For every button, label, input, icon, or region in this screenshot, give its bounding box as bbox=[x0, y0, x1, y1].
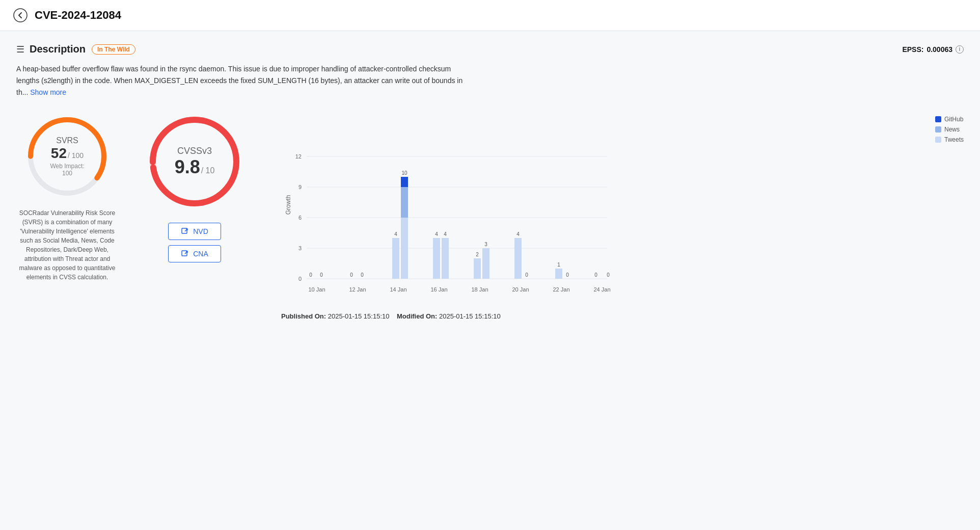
legend-github: GitHub bbox=[935, 116, 964, 123]
svrs-denom: / 100 bbox=[68, 151, 84, 160]
svg-rect-52 bbox=[555, 269, 562, 279]
chart-container: GitHub News Tweets Growth bbox=[271, 111, 964, 320]
svrs-value: 52 bbox=[51, 145, 67, 162]
svg-text:10 Jan: 10 Jan bbox=[308, 286, 325, 293]
svg-rect-48 bbox=[514, 238, 522, 279]
svrs-circle: SVRS 52 / 100 Web Impact: 100 bbox=[21, 111, 113, 202]
page-title: CVE-2024-12084 bbox=[35, 9, 121, 22]
epss-value: 0.00063 bbox=[927, 45, 952, 54]
svg-rect-36 bbox=[401, 218, 408, 279]
bar-chart: Growth 0 3 6 9 12 10 Jan bbox=[281, 111, 628, 304]
svg-text:12 Jan: 12 Jan bbox=[349, 286, 366, 293]
show-more-link[interactable]: Show more bbox=[30, 88, 66, 96]
svg-text:6: 6 bbox=[298, 215, 302, 221]
svg-text:0: 0 bbox=[566, 272, 569, 278]
svg-text:0: 0 bbox=[309, 272, 312, 278]
svg-text:4: 4 bbox=[444, 231, 447, 237]
svg-rect-37 bbox=[401, 187, 408, 218]
svg-rect-40 bbox=[433, 238, 440, 279]
published-row: Published On: 2025-01-15 15:15:10 Modifi… bbox=[281, 312, 964, 320]
legend-tweets: Tweets bbox=[935, 136, 964, 143]
description-icon: ☰ bbox=[16, 44, 24, 55]
modified-value: 2025-01-15 15:15:10 bbox=[439, 312, 501, 320]
nvd-button[interactable]: NVD bbox=[168, 223, 221, 240]
svrs-web-impact: Web Impact: 100 bbox=[44, 163, 90, 177]
legend-news-dot bbox=[935, 126, 941, 132]
svg-text:Growth: Growth bbox=[285, 195, 292, 215]
svg-text:24 Jan: 24 Jan bbox=[593, 286, 610, 293]
svg-text:16 Jan: 16 Jan bbox=[430, 286, 447, 293]
svg-text:3: 3 bbox=[484, 242, 487, 247]
cvss-denom: / 10 bbox=[201, 166, 215, 175]
back-button[interactable] bbox=[12, 7, 29, 23]
epss-label: EPSS: 0.00063 i bbox=[902, 45, 964, 54]
svg-text:4: 4 bbox=[394, 231, 397, 237]
cna-button[interactable]: CNA bbox=[168, 245, 221, 262]
svg-text:4: 4 bbox=[516, 231, 520, 237]
svrs-center: SVRS 52 / 100 Web Impact: 100 bbox=[44, 136, 90, 177]
svg-text:14 Jan: 14 Jan bbox=[390, 286, 406, 293]
svg-text:0: 0 bbox=[320, 272, 323, 278]
cvss-container: CVSSv3 9.8 / 10 NVD bbox=[139, 111, 251, 262]
top-bar: CVE-2024-12084 bbox=[0, 0, 980, 31]
svrs-label: SVRS bbox=[44, 136, 90, 145]
svg-rect-42 bbox=[442, 238, 449, 279]
svg-rect-34 bbox=[392, 238, 399, 279]
description-text: A heap-based buffer overflow flaw was fo… bbox=[16, 63, 475, 98]
svg-text:12: 12 bbox=[295, 153, 302, 160]
legend-github-dot bbox=[935, 116, 941, 122]
cvss-center: CVSSv3 9.8 / 10 bbox=[175, 146, 215, 178]
in-the-wild-badge: In The Wild bbox=[92, 44, 135, 55]
svg-text:4: 4 bbox=[435, 231, 438, 237]
legend-tweets-dot bbox=[935, 137, 941, 143]
cvss-label: CVSSv3 bbox=[175, 146, 215, 156]
svg-text:0: 0 bbox=[298, 276, 302, 282]
svg-text:9: 9 bbox=[298, 184, 302, 190]
content-area: ☰ Description In The Wild EPSS: 0.00063 … bbox=[0, 31, 980, 530]
metrics-row: SVRS 52 / 100 Web Impact: 100 SOCRadar V… bbox=[16, 111, 964, 320]
svg-rect-44 bbox=[474, 258, 481, 279]
svg-text:10: 10 bbox=[401, 170, 407, 176]
epss-info-icon[interactable]: i bbox=[956, 45, 964, 54]
svg-point-0 bbox=[14, 9, 27, 22]
svg-text:3: 3 bbox=[298, 245, 302, 251]
svg-text:18 Jan: 18 Jan bbox=[471, 286, 488, 293]
svg-text:2: 2 bbox=[476, 252, 479, 257]
svg-text:0: 0 bbox=[361, 272, 364, 278]
published-value: 2025-01-15 15:15:10 bbox=[328, 312, 390, 320]
svg-text:0: 0 bbox=[525, 272, 528, 278]
svg-text:22 Jan: 22 Jan bbox=[553, 286, 569, 293]
svg-rect-38 bbox=[401, 177, 408, 187]
svg-text:0: 0 bbox=[594, 272, 597, 278]
legend-news: News bbox=[935, 126, 964, 133]
chart-legend: GitHub News Tweets bbox=[935, 116, 964, 143]
svg-text:1: 1 bbox=[557, 262, 560, 268]
section-title: Description bbox=[30, 43, 86, 55]
svg-rect-46 bbox=[482, 248, 489, 279]
svrs-description: SOCRadar Vulnerability Risk Score (SVRS)… bbox=[16, 208, 118, 282]
chart-wrap: GitHub News Tweets Growth bbox=[281, 111, 964, 304]
svg-text:0: 0 bbox=[607, 272, 610, 278]
section-header: ☰ Description In The Wild EPSS: 0.00063 … bbox=[16, 43, 964, 55]
svrs-container: SVRS 52 / 100 Web Impact: 100 SOCRadar V… bbox=[16, 111, 118, 282]
svg-text:0: 0 bbox=[350, 272, 353, 278]
cvss-buttons: NVD CNA bbox=[168, 223, 221, 262]
cvss-value: 9.8 bbox=[175, 156, 200, 178]
cvss-circle: CVSSv3 9.8 / 10 bbox=[144, 111, 246, 213]
svg-text:20 Jan: 20 Jan bbox=[512, 286, 529, 293]
